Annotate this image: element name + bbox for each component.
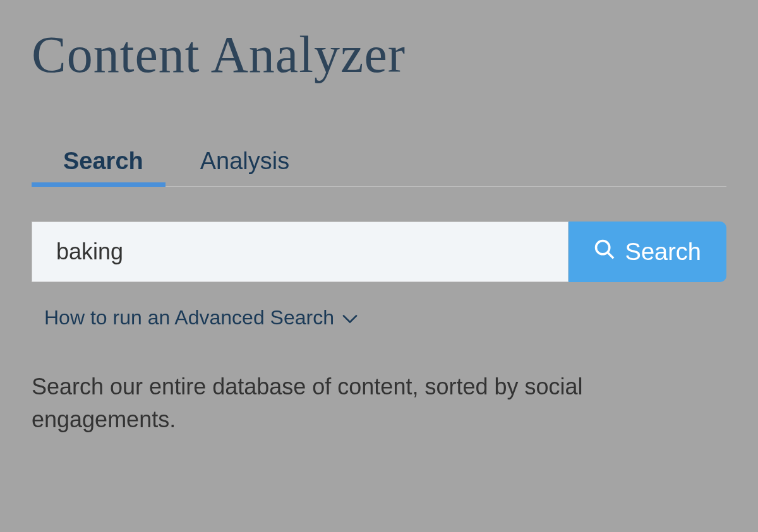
chevron-down-icon <box>342 306 358 329</box>
search-icon <box>594 239 615 266</box>
search-button[interactable]: Search <box>568 222 726 282</box>
svg-line-1 <box>608 252 613 258</box>
tabs-row: Search Analysis <box>32 148 726 187</box>
page-title: Content Analyzer <box>32 25 726 85</box>
description-text: Search our entire database of content, s… <box>32 370 726 436</box>
advanced-search-link[interactable]: How to run an Advanced Search <box>44 306 358 329</box>
search-input[interactable] <box>32 222 568 282</box>
tab-analysis[interactable]: Analysis <box>200 148 290 186</box>
svg-point-0 <box>596 240 609 254</box>
advanced-search-label: How to run an Advanced Search <box>44 306 334 329</box>
search-button-label: Search <box>625 239 701 266</box>
tab-search[interactable]: Search <box>63 148 143 186</box>
search-bar: Search <box>32 222 726 282</box>
